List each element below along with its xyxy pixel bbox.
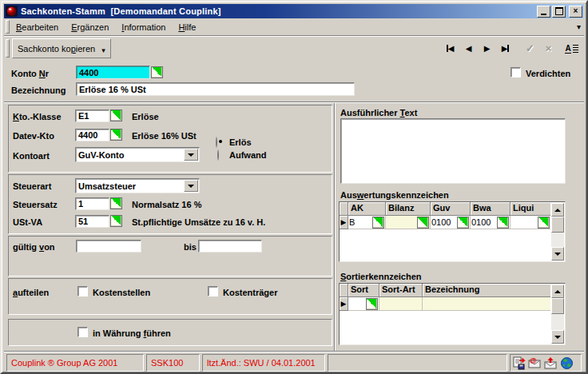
bwa-lookup-button[interactable] — [497, 217, 509, 229]
close-button[interactable]: × — [569, 6, 582, 18]
nav-previous-record-button[interactable]: ◀ — [459, 41, 478, 57]
guv-lookup-button[interactable] — [457, 217, 469, 229]
bezeichnung-input[interactable]: Erlöse 16 % USt — [76, 82, 355, 96]
ust-va-input[interactable]: 51 — [75, 215, 109, 228]
maximize-button[interactable] — [552, 6, 566, 18]
sort-header-sort[interactable]: Sort — [348, 284, 379, 297]
export-report-icon[interactable] — [512, 356, 526, 370]
kostenstellen-checkbox[interactable] — [77, 286, 88, 296]
globe-icon[interactable] — [560, 356, 574, 370]
cancel-button-disabled: × — [539, 41, 558, 57]
scroll-up-button[interactable] — [551, 203, 564, 217]
ust-va-lookup-button[interactable] — [110, 215, 122, 227]
sort-lookup-button[interactable] — [366, 298, 378, 310]
konto-nr-lookup-button[interactable] — [151, 66, 163, 78]
ausfuehrlicher-text-textarea[interactable] — [340, 118, 566, 184]
erloes-radio[interactable] — [216, 137, 217, 148]
awk-cell-bilanz[interactable] — [386, 216, 431, 229]
steuerart-select[interactable]: Umsatzsteuer — [75, 178, 200, 193]
steuersatz-lookup-button[interactable] — [110, 197, 122, 209]
menu-item-information[interactable]: Information — [115, 20, 172, 34]
verdichten-checkbox[interactable] — [511, 67, 521, 78]
ak-lookup-button[interactable] — [372, 217, 384, 229]
kontoart-select[interactable]: GuV-Konto — [75, 147, 200, 162]
sort-header-bezeichnung[interactable]: Bezeichnung — [423, 284, 550, 297]
gueltig-von-input[interactable] — [76, 240, 141, 253]
awk-header-guv[interactable]: Guv — [431, 202, 471, 216]
row-indicator-icon: ▶ — [340, 297, 348, 311]
menu-overflow-chevron-icon[interactable]: ▾ — [577, 22, 581, 31]
svg-text:@: @ — [530, 356, 537, 364]
kontoart-dropdown-button[interactable] — [184, 149, 198, 161]
aufteilen-label: aufteilen — [13, 288, 49, 297]
scroll-down-icon — [554, 253, 561, 256]
datev-kto-label: Datev-Kto — [13, 131, 54, 141]
scroll-up-button[interactable] — [551, 284, 564, 298]
sortierkennzeichen-table: Sort Sort-Art Bezeichnung ▶ — [339, 283, 566, 345]
scroll-up-icon — [554, 290, 561, 293]
sort-cell-sort-art[interactable] — [379, 297, 423, 311]
liqui-lookup-button[interactable] — [538, 217, 550, 229]
status-last-change: ltzt.Änd.: SWU / 04.01.2001 — [202, 354, 325, 372]
email-at-icon[interactable]: @ — [528, 356, 542, 370]
waehrung-label: in Währung führen — [93, 328, 171, 338]
menu-item-ergaenzen[interactable]: Ergänzen — [65, 20, 115, 34]
minimize-icon — [541, 14, 546, 15]
nav-last-record-button[interactable]: ▶ — [496, 41, 514, 57]
nav-first-record-button[interactable]: ◀ — [441, 41, 459, 57]
sachkonto-kopieren-button[interactable]: Sachkonto kopieren ▾ — [12, 38, 111, 58]
awk-header-ak[interactable]: AK — [348, 202, 386, 216]
kostentraeger-checkbox[interactable] — [208, 286, 218, 296]
nav-next-record-button[interactable]: ▶ — [478, 41, 496, 57]
awk-table-row[interactable]: ▶ B 0100 0100 — [340, 216, 565, 229]
confirm-button-disabled: ✓ — [521, 41, 539, 57]
datev-kto-lookup-button[interactable] — [110, 129, 122, 141]
nav-last-icon: ▶ — [502, 44, 508, 53]
toolbar-gripper[interactable] — [6, 39, 10, 58]
datev-kto-input[interactable]: 4400 — [75, 129, 109, 141]
scrollbar-thumb[interactable] — [551, 298, 564, 314]
nav-first-icon: ◀ — [448, 44, 455, 53]
a-list-icon: A — [565, 44, 570, 54]
send-mail-icon[interactable] — [544, 356, 558, 370]
scroll-down-button[interactable] — [551, 247, 564, 261]
kto-klasse-input[interactable]: E1 — [75, 109, 109, 122]
awk-cell-liqui[interactable] — [511, 216, 550, 229]
sort-cell-sort[interactable] — [348, 297, 379, 311]
status-empty-panel — [328, 354, 507, 372]
sort-table-row[interactable]: ▶ — [340, 297, 565, 311]
awk-cell-guv[interactable]: 0100 — [431, 216, 471, 229]
bilanz-lookup-button[interactable] — [417, 217, 429, 229]
aufwand-radio[interactable] — [217, 149, 219, 161]
datev-kto-desc: Erlöse 16% USt — [132, 131, 197, 141]
column-settings-button[interactable]: A — [562, 41, 581, 57]
awk-vertical-scrollbar[interactable] — [551, 203, 564, 261]
awk-header-bilanz[interactable]: Bilanz — [386, 202, 431, 216]
sort-cell-bezeichnung[interactable] — [423, 297, 550, 311]
awk-cell-ak[interactable]: B — [348, 216, 386, 229]
menu-item-bearbeiten[interactable]: Bearbeiten — [10, 20, 65, 34]
title-bar[interactable]: Sachkonten-Stamm [Demomandant Couplink] … — [4, 4, 584, 18]
minimize-button[interactable] — [537, 6, 550, 18]
waehrung-checkbox[interactable] — [77, 327, 88, 337]
menu-item-hilfe[interactable]: Hilfe — [172, 20, 202, 34]
steuerart-dropdown-button[interactable] — [184, 180, 198, 192]
ust-va-desc: St.pflichtige Umsätze zu 16 v. H. — [132, 217, 265, 227]
konto-nr-input[interactable]: 4400 — [76, 66, 150, 79]
scroll-down-button[interactable] — [551, 330, 564, 344]
sort-header-row: Sort Sort-Art Bezeichnung — [340, 284, 565, 297]
awk-header-bwa[interactable]: Bwa — [471, 202, 511, 216]
steuersatz-input[interactable]: 1 — [75, 197, 109, 210]
app-logo-icon — [6, 5, 18, 18]
row-indicator-icon: ▶ — [340, 216, 348, 229]
sort-vertical-scrollbar[interactable] — [551, 284, 564, 344]
scrollbar-thumb[interactable] — [551, 217, 564, 233]
bis-input[interactable] — [198, 240, 262, 253]
kto-klasse-lookup-button[interactable] — [110, 109, 122, 121]
awk-header-liqui[interactable]: Liqui — [511, 202, 550, 216]
awk-cell-bwa[interactable]: 0100 — [471, 216, 511, 229]
status-bar: Couplink ® Group AG 2001 SSK100 ltzt.Änd… — [6, 354, 582, 370]
sort-header-sort-art[interactable]: Sort-Art — [379, 284, 423, 297]
button-dropdown-icon[interactable]: ▾ — [101, 46, 105, 54]
scroll-up-icon — [554, 209, 561, 212]
